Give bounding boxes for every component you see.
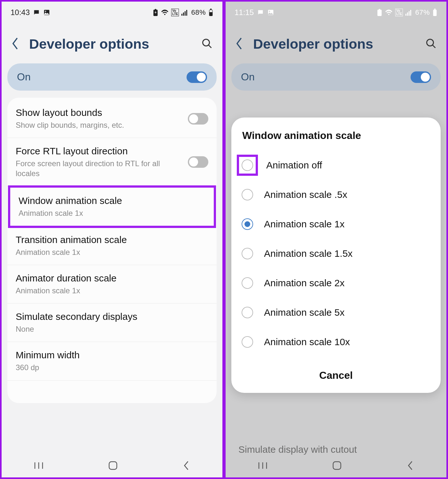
- chat-icon: [33, 9, 40, 16]
- option-label: Animation scale 10x: [264, 337, 350, 347]
- signal-icon: [405, 9, 412, 16]
- battery-saver-icon: [377, 9, 382, 16]
- status-bar: 11:15 VoLTE 67%: [226, 2, 446, 21]
- status-right: + VoLTE 68%: [153, 8, 213, 17]
- dialog-title: Window animation scale: [241, 130, 431, 142]
- signal-icon: [181, 9, 188, 16]
- svg-rect-21: [379, 9, 380, 10]
- row-animator-duration-scale[interactable]: Animator duration scale Animation scale …: [7, 265, 217, 304]
- svg-rect-24: [409, 11, 410, 16]
- dialog-cancel-button[interactable]: Cancel: [241, 359, 431, 393]
- option-label: Animation scale .5x: [264, 189, 347, 200]
- nav-back-button[interactable]: [182, 461, 190, 472]
- option-label: Animation scale 5x: [264, 307, 345, 318]
- svg-rect-12: [210, 10, 212, 12]
- row-subtitle: Force screen layout direction to RTL for…: [16, 158, 181, 178]
- option-animation-10x[interactable]: Animation scale 10x: [241, 327, 431, 357]
- option-label: Animation scale 1x: [264, 219, 345, 230]
- option-label: Animation scale 1.5x: [264, 248, 353, 259]
- row-title: Transition animation scale: [16, 234, 208, 245]
- option-animation-5x[interactable]: Animation scale 5x: [241, 298, 431, 327]
- master-toggle-switch[interactable]: [411, 71, 431, 83]
- svg-rect-32: [333, 462, 341, 469]
- status-left: 10:43: [11, 8, 50, 17]
- radio-icon: [242, 336, 253, 348]
- svg-rect-27: [434, 9, 436, 10]
- svg-rect-10: [210, 9, 212, 10]
- nav-bar: [226, 455, 446, 477]
- svg-rect-26: [433, 10, 437, 16]
- svg-rect-23: [407, 12, 408, 16]
- page-title: Developer options: [253, 36, 416, 52]
- master-toggle-label: On: [241, 71, 255, 83]
- svg-rect-8: [186, 10, 187, 16]
- search-button[interactable]: [425, 38, 437, 51]
- svg-point-28: [427, 39, 434, 46]
- row-subtitle: Animation scale 1x: [16, 247, 208, 257]
- option-animation-0-5x[interactable]: Animation scale .5x: [241, 180, 431, 209]
- phone-left: 10:43 + VoLTE 68%: [0, 0, 224, 479]
- svg-rect-11: [210, 12, 212, 15]
- phone-right: 11:15 VoLTE 67%: [224, 0, 448, 479]
- svg-rect-7: [185, 11, 186, 16]
- nav-recents-button[interactable]: [258, 462, 268, 471]
- row-subtitle: 360 dp: [16, 362, 208, 372]
- status-bar: 10:43 + VoLTE 68%: [2, 2, 222, 21]
- option-animation-1-5x[interactable]: Animation scale 1.5x: [241, 239, 431, 268]
- row-cutoff[interactable]: [7, 381, 217, 401]
- nav-home-button[interactable]: [332, 461, 342, 472]
- svg-rect-25: [410, 10, 411, 16]
- radio-icon: [242, 277, 253, 289]
- option-label: Animation off: [266, 160, 322, 171]
- svg-rect-20: [378, 10, 382, 16]
- chat-icon: [257, 9, 264, 16]
- search-button[interactable]: [201, 38, 213, 51]
- option-animation-1x[interactable]: Animation scale 1x: [241, 209, 431, 239]
- row-title: Show layout bounds: [16, 107, 181, 118]
- row-subtitle: Show clip bounds, margins, etc.: [16, 120, 181, 130]
- row-title: Minimum width: [16, 350, 208, 361]
- svg-rect-22: [405, 14, 406, 16]
- radio-icon: [242, 159, 253, 171]
- row-window-animation-scale[interactable]: Window animation scale Animation scale 1…: [8, 185, 216, 228]
- option-animation-off[interactable]: Animation off: [241, 150, 431, 180]
- battery-percent: 67%: [415, 8, 430, 17]
- svg-point-13: [203, 39, 210, 46]
- nav-back-button[interactable]: [406, 461, 414, 472]
- back-button[interactable]: [11, 37, 20, 51]
- option-animation-2x[interactable]: Animation scale 2x: [241, 268, 431, 298]
- radio-icon: [242, 307, 253, 318]
- nav-home-button[interactable]: [108, 461, 118, 472]
- svg-rect-17: [109, 462, 117, 469]
- app-header: Developer options: [2, 21, 222, 61]
- animation-scale-dialog: Window animation scale Animation off Ani…: [231, 118, 441, 393]
- status-right: VoLTE 67%: [377, 8, 437, 17]
- battery-icon: [208, 9, 213, 16]
- master-toggle-row[interactable]: On: [231, 63, 441, 91]
- row-minimum-width[interactable]: Minimum width 360 dp: [7, 342, 217, 380]
- volte-icon: VoLTE: [395, 9, 403, 16]
- image-icon: [267, 9, 274, 16]
- volte-icon: VoLTE: [171, 9, 179, 16]
- svg-point-1: [45, 11, 46, 12]
- wifi-icon: [385, 9, 393, 16]
- toggle-show-layout-bounds[interactable]: [188, 113, 208, 125]
- toggle-force-rtl[interactable]: [188, 156, 208, 168]
- svg-point-19: [269, 11, 270, 12]
- row-show-layout-bounds[interactable]: Show layout bounds Show clip bounds, mar…: [7, 100, 217, 138]
- back-button[interactable]: [235, 37, 244, 51]
- row-transition-animation-scale[interactable]: Transition animation scale Animation sca…: [7, 227, 217, 265]
- settings-card: Show layout bounds Show clip bounds, mar…: [7, 98, 217, 403]
- svg-rect-5: [181, 14, 182, 16]
- master-toggle-switch[interactable]: [187, 71, 207, 83]
- master-toggle-row[interactable]: On: [7, 63, 217, 91]
- nav-recents-button[interactable]: [34, 462, 44, 471]
- radio-icon: [242, 248, 253, 259]
- svg-text:+: +: [155, 10, 157, 15]
- row-force-rtl[interactable]: Force RTL layout direction Force screen …: [7, 138, 217, 186]
- status-left: 11:15: [235, 8, 274, 17]
- battery-icon: [432, 9, 437, 16]
- row-simulate-secondary-displays[interactable]: Simulate secondary displays None: [7, 304, 217, 342]
- row-subtitle: None: [16, 324, 208, 334]
- svg-rect-6: [183, 12, 184, 16]
